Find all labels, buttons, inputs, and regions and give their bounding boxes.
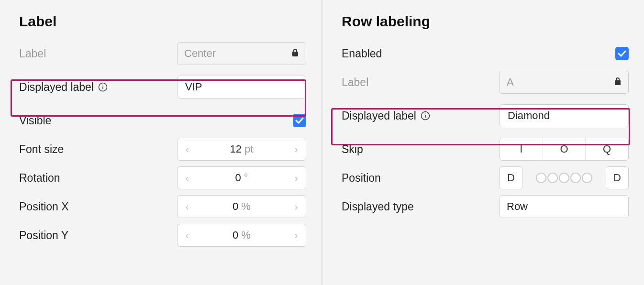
dot-icon	[547, 173, 558, 183]
skip-option-i[interactable]: I	[500, 138, 543, 160]
label-section-title: Label	[19, 13, 306, 30]
decrease-icon[interactable]: ‹	[178, 138, 197, 160]
position-right-button[interactable]: D	[606, 166, 629, 189]
increase-icon[interactable]: ›	[287, 196, 306, 218]
label-field-value-right: A	[507, 76, 514, 88]
decrease-icon[interactable]: ‹	[178, 196, 197, 218]
skip-label: Skip	[342, 143, 495, 156]
lock-icon	[291, 47, 299, 60]
label-field-value: Center	[184, 47, 216, 60]
position-y-value: 0	[233, 229, 238, 241]
skip-segmented[interactable]: I O Q	[500, 138, 629, 161]
label-field-label: Label	[19, 47, 172, 60]
info-icon	[98, 82, 108, 92]
row-enabled: Enabled	[342, 39, 629, 68]
displayed-label-field-right[interactable]	[507, 105, 622, 127]
svg-point-1	[102, 85, 103, 86]
row-label: Label Center	[19, 39, 306, 68]
dot-icon	[582, 173, 592, 183]
svg-point-4	[425, 113, 426, 114]
enabled-label: Enabled	[342, 47, 495, 60]
row-position-x: Position X ‹ 0 % ›	[19, 192, 306, 221]
displayed-label-field[interactable]	[184, 76, 299, 98]
increase-icon[interactable]: ›	[287, 224, 306, 246]
rotation-value: 0	[235, 172, 241, 184]
skip-option-q[interactable]: Q	[586, 138, 628, 160]
position-y-label: Position Y	[19, 229, 172, 242]
row-font-size: Font size ‹ 12 pt ›	[19, 135, 306, 164]
position-y-unit: %	[241, 229, 251, 241]
position-control: D D	[500, 166, 629, 189]
visible-checkbox[interactable]	[293, 114, 306, 127]
info-icon	[420, 110, 431, 121]
position-x-label: Position X	[19, 200, 172, 213]
dot-icon	[536, 173, 546, 183]
row-label-right: Label A	[342, 68, 629, 97]
position-x-value: 0	[233, 200, 238, 213]
row-visible: Visible	[19, 106, 306, 135]
skip-option-o[interactable]: O	[543, 138, 586, 160]
visible-label: Visible	[19, 114, 172, 127]
displayed-type-label: Displayed type	[342, 200, 495, 213]
font-size-unit: pt	[244, 143, 253, 155]
row-position-right: Position D D	[342, 164, 629, 192]
row-displayed-label-right: Displayed label	[342, 97, 629, 135]
panels-container: Label Label Center Displayed label	[0, 0, 644, 285]
label-panel: Label Label Center Displayed label	[0, 0, 322, 285]
position-x-unit: %	[241, 200, 251, 213]
displayed-label-input-right[interactable]	[500, 104, 629, 127]
decrease-icon[interactable]: ‹	[178, 167, 197, 189]
position-dots	[529, 173, 599, 183]
rotation-stepper[interactable]: ‹ 0 ° ›	[177, 166, 306, 189]
displayed-type-select[interactable]: Row	[500, 195, 629, 218]
row-skip: Skip I O Q	[342, 135, 629, 164]
font-size-value: 12	[230, 143, 242, 155]
label-field-label-right: Label	[342, 76, 495, 89]
row-position-y: Position Y ‹ 0 % ›	[19, 221, 306, 250]
position-left-button[interactable]: D	[500, 166, 522, 189]
position-label-right: Position	[342, 172, 495, 185]
dot-icon	[559, 173, 569, 183]
label-field-input: Center	[177, 42, 306, 65]
row-displayed-type: Displayed type Row	[342, 192, 629, 221]
position-y-stepper[interactable]: ‹ 0 % ›	[177, 224, 306, 247]
position-x-stepper[interactable]: ‹ 0 % ›	[177, 195, 306, 218]
displayed-type-value: Row	[507, 200, 528, 213]
row-rotation: Rotation ‹ 0 ° ›	[19, 164, 306, 192]
displayed-label-input[interactable]	[177, 76, 306, 99]
font-size-stepper[interactable]: ‹ 12 pt ›	[177, 138, 306, 161]
displayed-label-label: Displayed label	[19, 81, 172, 94]
label-field-input-right: A	[500, 71, 629, 94]
lock-icon	[614, 76, 622, 88]
increase-icon[interactable]: ›	[287, 167, 306, 189]
row-labeling-section-title: Row labeling	[342, 13, 629, 30]
row-labeling-panel: Row labeling Enabled Label A	[322, 0, 644, 285]
decrease-icon[interactable]: ‹	[178, 224, 197, 246]
rotation-label: Rotation	[19, 172, 172, 185]
font-size-label: Font size	[19, 143, 172, 156]
displayed-label-label-right: Displayed label	[342, 110, 495, 122]
enabled-checkbox[interactable]	[615, 47, 629, 60]
dot-icon	[570, 173, 581, 183]
rotation-unit: °	[244, 172, 248, 184]
row-displayed-label: Displayed label	[19, 68, 306, 106]
increase-icon[interactable]: ›	[287, 138, 306, 160]
